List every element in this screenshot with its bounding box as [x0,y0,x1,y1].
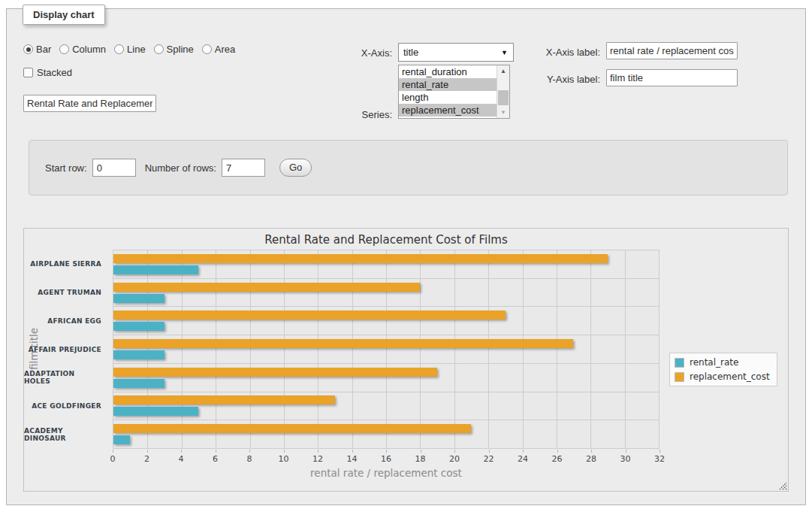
x-tick-mark [216,450,216,453]
bar-replacement_cost [113,368,437,377]
x-tick-label: 6 [213,454,218,464]
chart-type-radio-area[interactable]: Area [202,44,235,55]
x-tick-mark [626,450,626,453]
x-tick-label: 16 [381,454,391,464]
x-tick-mark [318,450,318,453]
number-of-rows-label: Number of rows: [145,162,216,174]
chart-legend: rental_ratereplacement_cost [669,353,777,386]
series-option-replacement_cost[interactable]: replacement_cost [399,104,497,117]
start-row-label: Start row: [45,162,87,174]
chart-type-radio-spline[interactable]: Spline [154,44,194,55]
x-tick-mark [113,450,113,453]
legend-label: rental_rate [690,357,738,368]
bar-rental_rate [113,407,198,416]
bar-replacement_cost [113,339,573,348]
x-tick-mark [523,450,524,453]
radio-icon[interactable] [202,44,212,54]
series-option-length[interactable]: length [399,91,497,104]
bar-rental_rate [113,350,165,359]
chart-type-radio-column[interactable]: Column [59,44,106,55]
display-chart-fieldset: Display chart BarColumnLineSplineArea St… [6,8,806,505]
bar-replacement_cost [113,424,471,433]
series-options: rental_durationrental_ratelengthreplacem… [399,65,497,118]
bar-replacement_cost [113,395,335,404]
bar-rows [113,250,659,448]
x-tick-label: 20 [449,454,460,464]
stacked-checkbox-row[interactable]: Stacked [23,67,72,78]
category-label: AGENT TRUMAN [24,278,107,307]
radio-icon[interactable] [23,44,33,54]
x-axis-select[interactable]: title ▼ [398,43,514,62]
chart-x-axis-title: rental rate / replacement cost [113,467,660,479]
radio-icon[interactable] [114,44,124,54]
bar-replacement_cost [113,311,506,320]
chart-type-radio-group: BarColumnLineSplineArea [23,44,235,55]
stacked-checkbox[interactable] [23,68,33,77]
x-tick-mark [181,450,182,453]
number-of-rows-input[interactable] [222,159,265,177]
category-label: ADAPTATION HOLES [24,363,107,392]
bar-rental_rate [113,294,165,303]
bar-row [113,307,659,335]
x-tick-mark [591,450,592,453]
category-label: AFFAIR PREJUDICE [24,335,107,364]
bar-replacement_cost [113,254,608,263]
x-tick-label: 30 [620,454,631,464]
bar-rental_rate [113,435,130,444]
y-axis-label-label: Y-Axis label: [503,74,600,85]
series-option-rental_rate[interactable]: rental_rate [399,78,497,91]
x-tick-mark [489,450,490,453]
legend-swatch-icon [675,358,684,368]
chart-type-radio-bar[interactable]: Bar [23,44,51,55]
chart-container: Rental Rate and Replacement Cost of Film… [23,228,789,492]
chart-title: Rental Rate and Replacement Cost of Film… [113,233,660,247]
x-axis-selected-value: title [403,47,418,58]
series-option-rental_duration[interactable]: rental_duration [399,65,497,78]
category-label: AIRPLANE SIERRA [24,250,107,278]
bar-row [113,250,659,279]
scrollbar-thumb[interactable] [498,90,509,105]
radio-label: Area [215,44,235,55]
category-label: AFRICAN EGG [24,307,107,335]
series-multiselect[interactable]: rental_durationrental_ratelengthreplacem… [398,65,510,119]
start-row-input[interactable] [92,159,136,177]
x-axis-label-input[interactable] [606,42,738,59]
legend-item-rental_rate: rental_rate [675,357,770,368]
radio-label: Bar [36,44,51,55]
bar-row [113,392,659,421]
chart-title-input[interactable] [23,95,156,112]
resize-handle-icon[interactable] [777,480,787,490]
stacked-label: Stacked [37,67,72,78]
x-tick-label: 12 [312,454,323,464]
x-tick-label: 8 [247,454,252,464]
radio-icon[interactable] [59,44,69,54]
radio-label: Column [72,44,106,55]
bar-rental_rate [113,322,165,331]
category-label: ACADEMY DINOSAUR [24,420,107,449]
x-tick-mark [386,450,387,453]
scroll-down-icon[interactable]: ▼ [497,107,509,118]
legend-label: replacement_cost [690,371,770,382]
x-tick-label: 18 [415,454,426,464]
x-tick-mark [352,450,353,453]
x-tick-mark [249,450,250,453]
y-axis-label-input[interactable] [606,69,738,86]
bar-replacement_cost [113,283,420,292]
bar-row [113,420,659,448]
series-select-label: Series: [292,109,392,120]
bar-row [113,335,659,364]
x-tick-label: 28 [586,454,596,464]
x-tick-label: 0 [110,454,116,464]
x-tick-mark [421,450,421,453]
x-tick-label: 4 [179,454,184,464]
bar-rental_rate [113,265,198,274]
radio-icon[interactable] [154,44,164,54]
chart-type-radio-line[interactable]: Line [114,44,146,55]
x-axis-label-label: X-Axis label: [503,47,600,58]
x-tick-label: 14 [347,454,358,464]
fieldset-legend-title: Display chart [23,5,105,25]
x-tick-mark [284,450,285,453]
x-tick-label: 2 [144,454,149,464]
go-button[interactable]: Go [279,159,312,177]
bar-row [113,279,659,308]
